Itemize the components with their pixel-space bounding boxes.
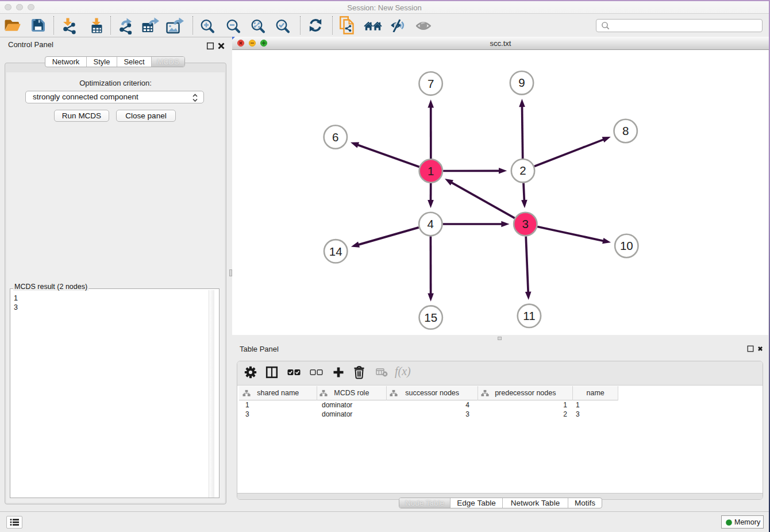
- svg-text:2: 2: [519, 164, 526, 177]
- svg-text:10: 10: [620, 239, 633, 252]
- svg-text:14: 14: [329, 245, 342, 258]
- svg-text:11: 11: [523, 309, 535, 322]
- svg-text:3: 3: [522, 217, 529, 230]
- svg-text:7: 7: [428, 77, 434, 90]
- svg-text:8: 8: [622, 124, 629, 137]
- svg-text:4: 4: [428, 217, 434, 230]
- svg-text:6: 6: [332, 130, 338, 144]
- svg-text:15: 15: [424, 311, 437, 324]
- svg-text:9: 9: [518, 76, 525, 89]
- svg-text:1: 1: [428, 164, 434, 178]
